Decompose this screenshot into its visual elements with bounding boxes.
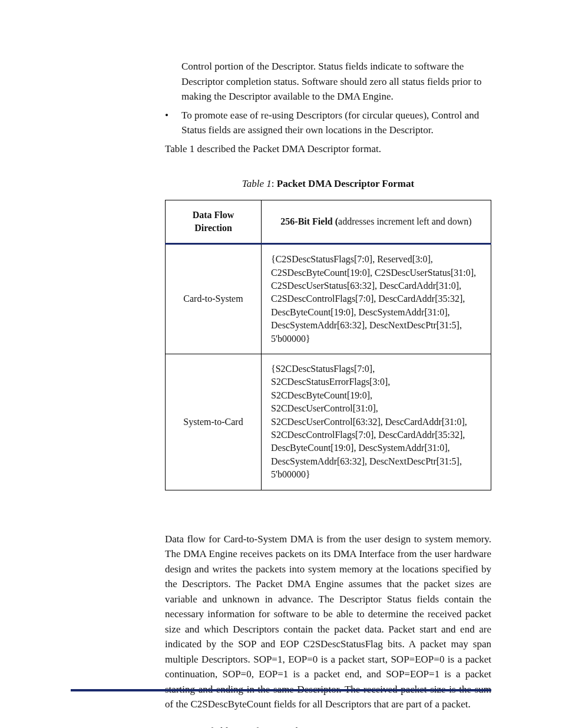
table-section: Table 1: Packet DMA Descriptor Format Da…: [165, 176, 491, 728]
bullet-reuse-text: To promote ease of re-using Descriptors …: [181, 108, 491, 138]
table-header-direction: Data Flow Direction: [166, 200, 262, 244]
bullet-continuation: Control portion of the Descriptor. Statu…: [165, 59, 491, 104]
page: Control portion of the Descriptor. Statu…: [0, 0, 562, 728]
table-cell-fields: {S2CDescStatusFlags[7:0], S2CDescStatusE…: [262, 354, 491, 490]
table-cell-direction: System-to-Card: [166, 354, 262, 490]
bullet-dot-icon: •: [165, 108, 181, 123]
table-header-field-bold: 256-Bit Field (: [280, 216, 338, 226]
bullet-item-reuse: • To promote ease of re-using Descriptor…: [165, 108, 491, 138]
table-caption: Table 1: Packet DMA Descriptor Format: [165, 176, 491, 192]
body-paragraph: Data flow for Card-to-System DMA is from…: [165, 532, 491, 712]
table-row: System-to-Card {S2CDescStatusFlags[7:0],…: [166, 354, 491, 490]
table-cell-direction: Card-to-System: [166, 244, 262, 354]
table-header-field-rest: addresses increment left and down): [338, 216, 472, 226]
table-reference-line: Table 1 described the Packet DMA Descrip…: [165, 141, 491, 157]
table-header-row: Data Flow Direction 256-Bit Field (addre…: [166, 200, 491, 244]
intro-continuation-text: Control portion of the Descriptor. Statu…: [181, 59, 491, 104]
descriptor-format-table: Data Flow Direction 256-Bit Field (addre…: [165, 200, 491, 490]
table-caption-title: Packet DMA Descriptor Format: [277, 178, 414, 189]
table-caption-label: Table 1: [242, 178, 272, 189]
content-block: Control portion of the Descriptor. Statu…: [165, 59, 491, 138]
table-row: Card-to-System {C2SDescStatusFlags[7:0],…: [166, 244, 491, 354]
body-paragraph-2: Descriptor fields specific to Card-to-Sy…: [165, 724, 491, 728]
table-cell-fields: {C2SDescStatusFlags[7:0], Reserved[3:0],…: [262, 244, 491, 354]
footer-divider: [71, 689, 491, 691]
table-header-field: 256-Bit Field (addresses increment left …: [262, 200, 491, 244]
